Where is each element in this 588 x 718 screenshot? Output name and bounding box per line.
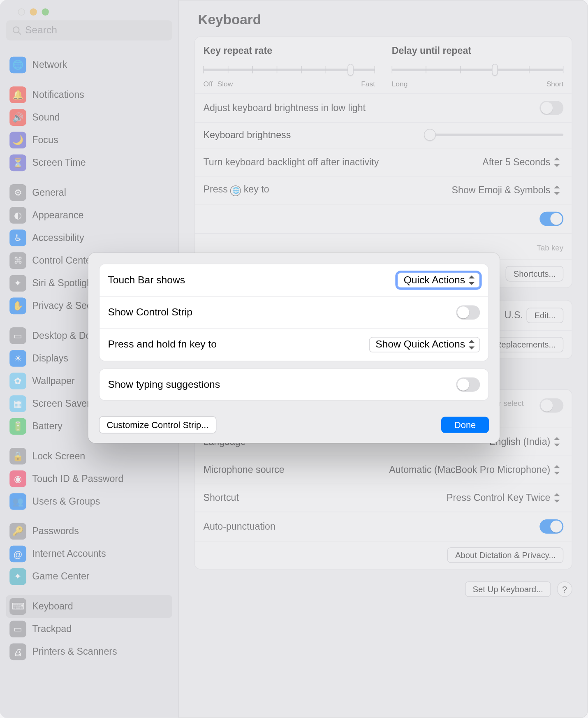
dictation-mic-value: Automatic (MacBook Pro Microphone) [389,465,550,475]
sidebar-item-label: Displays [32,353,68,364]
close-window-icon[interactable] [18,8,25,15]
hand-icon: ✋ [9,298,26,315]
sidebar-item-label: Screen Time [32,157,86,168]
fn-key-select[interactable]: Show Quick Actions [369,337,480,352]
search-input[interactable]: Search [6,20,173,40]
sidebar-item-label: Network [32,60,67,70]
globe-icon: 🌐 [9,57,26,74]
customize-control-strip-button[interactable]: Customize Control Strip... [99,416,216,433]
auto-brightness-label: Adjust keyboard brightness in low light [203,102,539,113]
sidebar-item-users-groups[interactable]: 👥Users & Groups [6,490,173,513]
about-dictation-button[interactable]: About Dictation & Privacy... [447,547,563,563]
input-source-value: U.S. [505,310,523,321]
repeat-fast-label: Fast [361,80,375,88]
siri-icon: ✦ [9,275,26,292]
fingerprint-icon: ◉ [9,470,26,487]
auto-punct-label: Auto-punctuation [203,521,539,532]
sidebar-item-passwords[interactable]: 🔑Passwords [6,520,173,542]
fn-key-row: Press and hold fn key to Show Quick Acti… [100,328,488,361]
fn-key-label: Press and hold fn key to [108,339,216,351]
dictation-toggle[interactable] [539,398,563,413]
delay-short-label: Short [546,80,564,88]
delay-until-repeat: Delay until repeat Long Short [392,45,564,88]
bell-icon: 🔔 [9,86,26,103]
globe-key-label: Press 🌐 key to [203,184,449,196]
dictation-shortcut-select[interactable]: Press Control Key Twice [444,491,563,505]
sidebar-item-accessibility[interactable]: ♿︎Accessibility [6,227,173,249]
brightness-row: Keyboard brightness [195,122,572,148]
keyboard-nav-toggle[interactable] [539,212,563,226]
sidebar-item-label: Control Center [32,255,94,266]
touchbar-shows-row: Touch Bar shows Quick Actions [100,264,488,296]
sidebar-item-lock-screen[interactable]: 🔒Lock Screen [6,445,173,468]
sidebar-item-sound[interactable]: 🔊Sound [6,106,173,129]
backlight-off-value: After 5 Seconds [482,157,550,167]
keyboard-nav-row [195,204,572,233]
tabkey-hint: Tab key [537,243,563,252]
sidebar-item-game-center[interactable]: ✦Game Center [6,565,173,588]
chevron-updown-icon [553,437,561,447]
backlight-off-select[interactable]: After 5 Seconds [480,155,563,169]
edit-input-button[interactable]: Edit... [527,308,564,323]
sidebar-item-notifications[interactable]: 🔔Notifications [6,83,173,106]
key-repeat-label: Key repeat rate [203,45,375,56]
touchbar-shows-label: Touch Bar shows [108,274,185,286]
svg-line-1 [19,32,21,35]
brightness-label: Keyboard brightness [203,130,424,141]
control-strip-toggle[interactable] [456,305,480,320]
auto-brightness-toggle[interactable] [539,101,563,115]
sidebar-item-appearance[interactable]: ◐Appearance [6,204,173,227]
trackpad-icon: ▭ [9,621,26,637]
dictation-mic-select[interactable]: Automatic (MacBook Pro Microphone) [387,463,564,477]
appearance-icon: ◐ [9,207,26,224]
sound-icon: 🔊 [9,109,26,126]
footer-bar: Set Up Keyboard... ? [194,581,572,597]
sidebar-item-label: Wallpaper [32,376,75,387]
setup-keyboard-button[interactable]: Set Up Keyboard... [465,581,551,597]
brightness-slider[interactable] [424,129,563,142]
sidebar-item-label: Touch ID & Password [32,473,123,484]
keyboard-shortcuts-button[interactable]: Shortcuts... [506,266,563,282]
control-strip-label: Show Control Strip [108,306,192,318]
brightness-icon: ☀︎ [9,350,26,367]
delay-label: Delay until repeat [392,45,564,56]
page-title: Keyboard [198,12,572,28]
users-icon: 👥 [9,493,26,510]
delay-slider[interactable] [392,63,564,76]
zoom-window-icon[interactable] [42,8,49,15]
sidebar-item-general[interactable]: ⚙︎General [6,181,173,204]
chevron-updown-icon [553,465,561,475]
sidebar-item-internet-accounts[interactable]: @Internet Accounts [6,543,173,565]
touchbar-shows-value: Quick Actions [404,274,465,286]
minimize-window-icon[interactable] [30,8,37,15]
sidebar-item-focus[interactable]: 🌙Focus [6,129,173,151]
globe-icon: 🌐 [230,185,241,196]
sidebar-item-touch-id-password[interactable]: ◉Touch ID & Password [6,468,173,490]
key-repeat-slider[interactable] [203,63,375,76]
dictation-mic-label: Microphone source [203,465,387,475]
help-button[interactable]: ? [557,581,572,597]
chevron-updown-icon [553,157,561,167]
sidebar-item-label: Screen Saver [32,398,90,409]
typing-suggestions-toggle[interactable] [456,378,480,392]
sidebar-item-screen-time[interactable]: ⏳Screen Time [6,151,173,174]
auto-punct-toggle[interactable] [539,519,563,534]
hourglass-icon: ⏳ [9,155,26,171]
sidebar-item-label: Users & Groups [32,496,100,507]
sidebar-item-network[interactable]: 🌐Network [6,54,173,76]
globe-key-select[interactable]: Show Emoji & Symbols [449,184,564,197]
keyboard-panel: Key repeat rate Off Slow Fast Delay unti… [194,36,572,288]
auto-punct-row: Auto-punctuation [195,512,572,541]
touchbar-shows-select[interactable]: Quick Actions [397,273,480,288]
dictation-shortcut-value: Press Control Key Twice [447,493,550,503]
search-icon [12,25,21,35]
sidebar-item-label: Passwords [32,526,79,537]
sidebar-item-printers-scanners[interactable]: 🖨Printers & Scanners [6,640,173,663]
sidebar-item-trackpad[interactable]: ▭Trackpad [6,618,173,640]
sidebar-item-label: Internet Accounts [32,549,106,559]
dictation-mic-row: Microphone source Automatic (MacBook Pro… [195,456,572,484]
sidebar-item-keyboard[interactable]: ⌨︎Keyboard [6,595,173,618]
printer-icon: 🖨 [9,644,26,660]
done-button[interactable]: Done [441,417,489,433]
repeat-slow-label: Slow [218,80,233,88]
